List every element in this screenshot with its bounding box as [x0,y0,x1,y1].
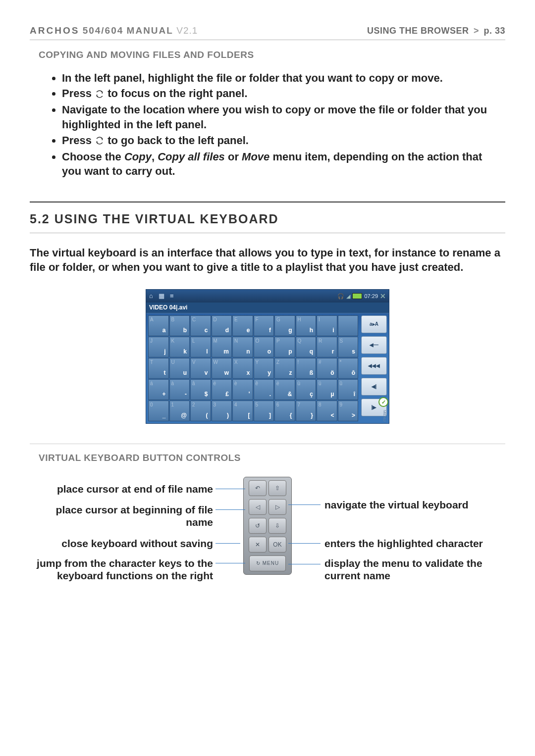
check-icon: ✓ [378,397,388,407]
topbar-right: 🎧 ◢ 07:29 ✕ [337,292,386,301]
vk-key-grid: AaBbCcDdEeFfGgHhIiJjKkLlMmNnOoPpQqRrSsTt… [146,313,360,423]
vk-key[interactable]: Ii [317,315,337,336]
vk-key[interactable]: 8< [317,401,337,421]
vk-key[interactable]: Xx [232,358,253,379]
virtual-keyboard-figure: ⌂ ▦ ≡ 🎧 ◢ 07:29 ✕ VIDEO 04|.avi AaBbCcDd… [30,289,505,424]
page-number: p. 33 [483,26,505,36]
button-controls-diagram: ↶ ⇧ ◁ ▷ ↺ ⇩ ✕ OK ↻MENU place cursor at e… [30,477,505,635]
remote-down-left-button[interactable]: ↺ [249,518,267,534]
vk-screen: ⌂ ▦ ≡ 🎧 ◢ 07:29 ✕ VIDEO 04|.avi AaBbCcDd… [146,289,389,424]
header-right: USING THE BROWSER > p. 33 [367,25,505,37]
vk-key[interactable]: á+ [148,379,169,400]
divider [30,233,505,233]
section-5-2-title: 5.2 USING THE VIRTUAL KEYBOARD [30,211,505,227]
label-cursor-begin: place cursor at beginning of file name [30,504,213,528]
remote-cancel-button[interactable]: ✕ [249,537,267,553]
vk-key[interactable]: #ö [317,358,337,379]
vk-key[interactable]: Ll [190,337,211,357]
vk-key[interactable]: ùç [296,379,317,400]
remote-right-button[interactable]: ▷ [268,499,286,515]
vk-key[interactable]: Cc [190,315,211,336]
manual-label: MANUAL [127,25,173,36]
remote-down-button[interactable]: ⇩ [268,518,286,534]
vk-key[interactable]: Uu [169,358,190,379]
vk-key[interactable]: Ee [232,315,253,336]
remote-ok-button[interactable]: OK [268,537,286,553]
remote-up-button[interactable]: ⇧ [268,480,286,496]
vk-key[interactable]: *ō [338,358,359,379]
vk-key[interactable]: Ww [212,358,232,379]
vk-cursor-start-button[interactable]: ◀| [361,378,387,396]
vk-key[interactable]: 7} [296,401,317,421]
vk-key[interactable]: è' [232,379,253,400]
vk-key[interactable]: 5] [254,401,274,421]
section-5-2-intro: The virtual keyboard is an interface tha… [30,246,505,274]
vk-backspace-button[interactable]: ◀— [361,336,387,354]
vk-key[interactable]: Gg [274,315,295,336]
vk-key[interactable]: üµ [317,379,337,400]
vk-key[interactable]: Bb [169,315,190,336]
vk-key[interactable]: !ß [296,358,317,379]
home-icon: ⌂ [149,292,153,300]
vk-key[interactable]: Zz [274,358,295,379]
leader-line [288,504,321,505]
switch-icon [95,87,105,102]
vk-key[interactable]: à- [169,379,190,400]
clock: 07:29 [364,293,378,300]
vk-key[interactable]: Yy [254,358,274,379]
brand: ARCHOS [30,25,79,36]
vk-key[interactable]: 0_ [148,401,169,421]
remote-up-left-button[interactable]: ↶ [249,480,267,496]
leader-line [215,543,240,544]
vk-topbar: ⌂ ▦ ≡ 🎧 ◢ 07:29 ✕ [146,290,389,302]
vk-key[interactable]: 6{ [274,401,295,421]
vk-key[interactable]: Tt [148,358,169,379]
remote-left-button[interactable]: ◁ [249,499,267,515]
vk-key[interactable]: 3) [212,401,232,421]
vk-key[interactable]: Ss [338,337,359,357]
subsection-controls-title: VIRTUAL KEYBOARD BUTTON CONTROLS [39,452,505,464]
bars-icon: ≡ [170,292,174,300]
vk-key[interactable]: 1@ [169,401,190,421]
vk-menu-tag: MENU [382,410,387,422]
vk-key[interactable]: Dd [212,315,232,336]
divider [30,202,505,202]
vk-key[interactable]: Nn [232,337,253,357]
vk-key[interactable]: ûî [338,379,359,400]
remote-menu-button[interactable]: ↻MENU [249,555,286,571]
vk-key[interactable]: Kk [169,337,190,357]
leader-line [215,489,245,489]
section-name: USING THE BROWSER [367,26,469,36]
vk-key[interactable]: Mm [212,337,232,357]
divider [30,444,505,444]
vk-key[interactable]: Rr [317,337,337,357]
vk-key[interactable]: â$ [190,379,211,400]
manual-page: ARCHOS 504/604 MANUAL V2.1 USING THE BRO… [0,0,535,756]
vk-key[interactable]: Jj [148,337,169,357]
vk-key[interactable]: Vv [190,358,211,379]
vk-key[interactable]: 4[ [232,401,253,421]
page-header: ARCHOS 504/604 MANUAL V2.1 USING THE BRO… [30,25,505,40]
vk-clear-button[interactable]: ◀◀◀ [361,357,387,375]
remote-control: ↶ ⇧ ◁ ▷ ↺ ⇩ ✕ OK ↻MENU [243,477,292,575]
vk-key[interactable]: 2( [190,401,211,421]
vk-key[interactable]: Pp [274,337,295,357]
version: V2.1 [176,25,198,36]
topbar-left: ⌂ ▦ ≡ [149,292,178,300]
vk-case-toggle-button[interactable]: a▸A [361,315,387,333]
vk-key[interactable]: ê. [254,379,274,400]
vk-key[interactable]: é£ [212,379,232,400]
vk-key[interactable]: 9> [338,401,359,421]
vk-filename: VIDEO 04|.avi [146,302,389,313]
label-close-nosave: close keyboard without saving [30,537,213,550]
vk-key[interactable]: ë& [274,379,295,400]
vk-key[interactable]: Ff [254,315,274,336]
grid-icon: ▦ [159,292,164,300]
vk-key[interactable]: Qq [296,337,317,357]
vk-key[interactable]: Oo [254,337,274,357]
vk-key[interactable]: Hh [296,315,317,336]
vk-body: AaBbCcDdEeFfGgHhIiJjKkLlMmNnOoPpQqRrSsTt… [146,313,389,423]
vk-side-controls: a▸A ◀— ◀◀◀ ◀| |▶ ✓ [360,313,389,423]
vk-key[interactable] [338,315,359,336]
vk-key[interactable]: Aa [148,315,169,336]
